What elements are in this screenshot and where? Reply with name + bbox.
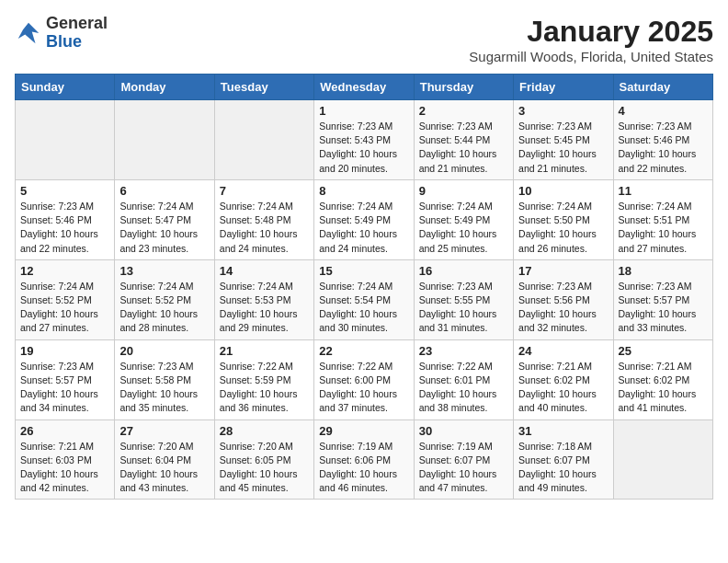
logo-text: General Blue [46, 15, 108, 52]
calendar-cell [16, 100, 115, 180]
logo-blue-text: Blue [46, 32, 82, 51]
day-number: 27 [119, 424, 209, 438]
day-number: 2 [419, 104, 508, 118]
day-info: Sunrise: 7:24 AM Sunset: 5:51 PM Dayligh… [619, 200, 708, 256]
day-number: 12 [20, 264, 109, 278]
calendar-table: SundayMondayTuesdayWednesdayThursdayFrid… [15, 74, 713, 500]
calendar-cell: 9Sunrise: 7:24 AM Sunset: 5:49 PM Daylig… [414, 179, 513, 259]
calendar-cell: 6Sunrise: 7:24 AM Sunset: 5:47 PM Daylig… [115, 179, 214, 259]
day-number: 3 [518, 104, 608, 118]
day-info: Sunrise: 7:18 AM Sunset: 6:07 PM Dayligh… [518, 440, 608, 496]
day-info: Sunrise: 7:24 AM Sunset: 5:52 PM Dayligh… [119, 280, 209, 336]
calendar-week-row: 5Sunrise: 7:23 AM Sunset: 5:46 PM Daylig… [16, 179, 713, 259]
calendar-cell: 10Sunrise: 7:24 AM Sunset: 5:50 PM Dayli… [514, 179, 613, 259]
calendar-cell: 1Sunrise: 7:23 AM Sunset: 5:43 PM Daylig… [314, 100, 414, 180]
day-info: Sunrise: 7:24 AM Sunset: 5:52 PM Dayligh… [20, 280, 109, 336]
calendar-cell: 20Sunrise: 7:23 AM Sunset: 5:58 PM Dayli… [115, 339, 214, 419]
day-info: Sunrise: 7:23 AM Sunset: 5:56 PM Dayligh… [518, 280, 608, 336]
day-number: 11 [619, 184, 708, 198]
svg-marker-0 [18, 23, 40, 44]
day-info: Sunrise: 7:24 AM Sunset: 5:47 PM Dayligh… [119, 200, 209, 256]
calendar-cell: 14Sunrise: 7:24 AM Sunset: 5:53 PM Dayli… [214, 259, 313, 339]
day-number: 17 [518, 264, 608, 278]
calendar-cell: 30Sunrise: 7:19 AM Sunset: 6:07 PM Dayli… [414, 419, 513, 500]
day-info: Sunrise: 7:24 AM Sunset: 5:49 PM Dayligh… [419, 200, 508, 256]
calendar-cell: 11Sunrise: 7:24 AM Sunset: 5:51 PM Dayli… [613, 179, 712, 259]
day-info: Sunrise: 7:22 AM Sunset: 5:59 PM Dayligh… [220, 360, 309, 416]
day-info: Sunrise: 7:19 AM Sunset: 6:07 PM Dayligh… [419, 440, 508, 496]
day-info: Sunrise: 7:23 AM Sunset: 5:43 PM Dayligh… [319, 120, 408, 176]
calendar-cell: 19Sunrise: 7:23 AM Sunset: 5:57 PM Dayli… [16, 339, 115, 419]
logo: General Blue [15, 15, 108, 52]
day-number: 1 [319, 104, 408, 118]
day-number: 8 [319, 184, 408, 198]
logo-bird-icon [15, 19, 42, 47]
day-info: Sunrise: 7:23 AM Sunset: 5:45 PM Dayligh… [518, 120, 608, 176]
day-number: 6 [119, 184, 209, 198]
calendar-cell: 4Sunrise: 7:23 AM Sunset: 5:46 PM Daylig… [613, 100, 712, 180]
day-number: 14 [220, 264, 309, 278]
day-number: 16 [419, 264, 508, 278]
day-number: 18 [619, 264, 708, 278]
calendar-cell: 18Sunrise: 7:23 AM Sunset: 5:57 PM Dayli… [613, 259, 712, 339]
day-number: 22 [319, 344, 408, 358]
day-number: 19 [20, 344, 109, 358]
calendar-cell: 16Sunrise: 7:23 AM Sunset: 5:55 PM Dayli… [414, 259, 513, 339]
day-info: Sunrise: 7:23 AM Sunset: 5:57 PM Dayligh… [20, 360, 109, 416]
calendar-cell: 7Sunrise: 7:24 AM Sunset: 5:48 PM Daylig… [214, 179, 313, 259]
day-info: Sunrise: 7:24 AM Sunset: 5:53 PM Dayligh… [220, 280, 309, 336]
calendar-cell: 2Sunrise: 7:23 AM Sunset: 5:44 PM Daylig… [414, 100, 513, 180]
day-info: Sunrise: 7:19 AM Sunset: 6:06 PM Dayligh… [319, 440, 408, 496]
calendar-cell: 15Sunrise: 7:24 AM Sunset: 5:54 PM Dayli… [314, 259, 414, 339]
day-number: 4 [619, 104, 708, 118]
calendar-cell: 3Sunrise: 7:23 AM Sunset: 5:45 PM Daylig… [514, 100, 613, 180]
day-number: 28 [220, 424, 309, 438]
day-header-saturday: Saturday [613, 75, 712, 100]
day-info: Sunrise: 7:23 AM Sunset: 5:46 PM Dayligh… [20, 200, 109, 256]
calendar-cell: 5Sunrise: 7:23 AM Sunset: 5:46 PM Daylig… [16, 179, 115, 259]
day-header-tuesday: Tuesday [214, 75, 313, 100]
calendar-cell: 26Sunrise: 7:21 AM Sunset: 6:03 PM Dayli… [16, 419, 115, 500]
day-info: Sunrise: 7:23 AM Sunset: 5:44 PM Dayligh… [419, 120, 508, 176]
day-info: Sunrise: 7:23 AM Sunset: 5:58 PM Dayligh… [119, 360, 209, 416]
day-number: 26 [20, 424, 109, 438]
day-info: Sunrise: 7:21 AM Sunset: 6:02 PM Dayligh… [619, 360, 708, 416]
day-number: 23 [419, 344, 508, 358]
day-info: Sunrise: 7:24 AM Sunset: 5:50 PM Dayligh… [518, 200, 608, 256]
day-info: Sunrise: 7:23 AM Sunset: 5:55 PM Dayligh… [419, 280, 508, 336]
day-info: Sunrise: 7:20 AM Sunset: 6:04 PM Dayligh… [119, 440, 209, 496]
day-number: 24 [518, 344, 608, 358]
calendar-cell: 27Sunrise: 7:20 AM Sunset: 6:04 PM Dayli… [115, 419, 214, 500]
logo-general-text: General [46, 14, 108, 32]
calendar-cell: 28Sunrise: 7:20 AM Sunset: 6:05 PM Dayli… [214, 419, 313, 500]
day-number: 7 [220, 184, 309, 198]
location-title: Sugarmill Woods, Florida, United States [469, 49, 713, 64]
day-number: 10 [518, 184, 608, 198]
calendar-cell: 24Sunrise: 7:21 AM Sunset: 6:02 PM Dayli… [514, 339, 613, 419]
calendar-cell: 25Sunrise: 7:21 AM Sunset: 6:02 PM Dayli… [613, 339, 712, 419]
calendar-week-row: 12Sunrise: 7:24 AM Sunset: 5:52 PM Dayli… [16, 259, 713, 339]
day-number: 15 [319, 264, 408, 278]
day-header-monday: Monday [115, 75, 214, 100]
calendar-week-row: 19Sunrise: 7:23 AM Sunset: 5:57 PM Dayli… [16, 339, 713, 419]
day-info: Sunrise: 7:23 AM Sunset: 5:46 PM Dayligh… [619, 120, 708, 176]
day-info: Sunrise: 7:24 AM Sunset: 5:54 PM Dayligh… [319, 280, 408, 336]
calendar-cell: 22Sunrise: 7:22 AM Sunset: 6:00 PM Dayli… [314, 339, 414, 419]
day-info: Sunrise: 7:20 AM Sunset: 6:05 PM Dayligh… [220, 440, 309, 496]
day-info: Sunrise: 7:23 AM Sunset: 5:57 PM Dayligh… [619, 280, 708, 336]
calendar-week-row: 1Sunrise: 7:23 AM Sunset: 5:43 PM Daylig… [16, 100, 713, 180]
calendar-cell: 31Sunrise: 7:18 AM Sunset: 6:07 PM Dayli… [514, 419, 613, 500]
calendar-cell [613, 419, 712, 500]
day-header-wednesday: Wednesday [314, 75, 414, 100]
day-info: Sunrise: 7:22 AM Sunset: 6:00 PM Dayligh… [319, 360, 408, 416]
day-header-thursday: Thursday [414, 75, 513, 100]
day-number: 25 [619, 344, 708, 358]
day-info: Sunrise: 7:24 AM Sunset: 5:48 PM Dayligh… [220, 200, 309, 256]
day-number: 29 [319, 424, 408, 438]
day-number: 31 [518, 424, 608, 438]
day-info: Sunrise: 7:21 AM Sunset: 6:02 PM Dayligh… [518, 360, 608, 416]
calendar-header-row: SundayMondayTuesdayWednesdayThursdayFrid… [16, 75, 713, 100]
day-number: 5 [20, 184, 109, 198]
calendar-cell: 13Sunrise: 7:24 AM Sunset: 5:52 PM Dayli… [115, 259, 214, 339]
day-number: 20 [119, 344, 209, 358]
